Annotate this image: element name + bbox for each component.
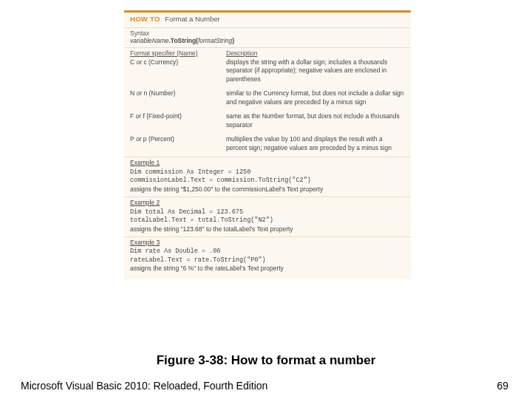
- example-explain: assigns the string "6 %" to the rateLabe…: [130, 265, 405, 273]
- page-number: 69: [497, 380, 508, 392]
- howto-panel: HOW TO Format a Number Syntax variableNa…: [124, 10, 411, 279]
- table-row: C or c (Currency) displays the string wi…: [130, 58, 405, 83]
- format-spec-table: Format specifier (Name) Description C or…: [124, 47, 411, 157]
- syntax-close: ): [232, 37, 234, 44]
- example-label: Example 2: [130, 199, 405, 207]
- example-code: Dim commission As Integer = 1250: [130, 168, 405, 177]
- example-code: rateLabel.Text = rate.ToString("P0"): [130, 256, 405, 265]
- example-1: Example 1 Dim commission As Integer = 12…: [124, 157, 411, 197]
- table-header: Format specifier (Name) Description: [130, 50, 405, 57]
- example-explain: assigns the string "123.68" to the total…: [130, 225, 405, 233]
- syntax-mid: formatString: [198, 37, 232, 44]
- col2-header: Description: [226, 50, 405, 57]
- panel-header: HOW TO Format a Number: [124, 13, 411, 26]
- syntax-bold: .ToString(: [168, 37, 198, 44]
- example-label: Example 3: [130, 239, 405, 247]
- spec-cell: P or p (Percent): [130, 135, 226, 152]
- howto-title: Format a Number: [165, 15, 219, 23]
- desc-cell: displays the string with a dollar sign; …: [226, 58, 405, 83]
- figure-caption: Figure 3-38: How to format a number: [0, 353, 532, 368]
- example-2: Example 2 Dim total As Decimal = 123.675…: [124, 197, 411, 236]
- desc-cell: similar to the Currency format, but does…: [226, 89, 405, 106]
- example-explain: assigns the string "$1,250.00" to the co…: [130, 185, 405, 194]
- syntax-line: variableName.ToString(formatString): [124, 37, 411, 47]
- table-row: F or f (Fixed-point) same as the Number …: [130, 112, 405, 129]
- example-code: Dim total As Decimal = 123.675: [130, 208, 405, 216]
- footer-book-title: Microsoft Visual Basic 2010: Reloaded, F…: [21, 380, 267, 392]
- col1-header: Format specifier (Name): [130, 50, 226, 57]
- example-code: commissionLabel.Text = commission.ToStri…: [130, 177, 405, 185]
- desc-cell: multiplies the value by 100 and displays…: [226, 135, 405, 152]
- table-row: P or p (Percent) multiplies the value by…: [130, 135, 405, 152]
- example-3: Example 3 Dim rate As Double = .06 rateL…: [124, 236, 411, 276]
- example-label: Example 1: [130, 159, 405, 167]
- spec-cell: C or c (Currency): [130, 58, 226, 83]
- table-row: N or n (Number) similar to the Currency …: [130, 89, 405, 106]
- howto-badge: HOW TO: [130, 15, 160, 23]
- spec-cell: F or f (Fixed-point): [130, 112, 226, 129]
- desc-cell: same as the Number format, but does not …: [226, 112, 405, 129]
- example-code: totalLabel.Text = total.ToString("N2"): [130, 216, 405, 225]
- syntax-label: Syntax: [124, 27, 411, 37]
- syntax-prefix: variableName: [130, 37, 168, 44]
- spec-cell: N or n (Number): [130, 89, 226, 106]
- example-code: Dim rate As Double = .06: [130, 248, 405, 256]
